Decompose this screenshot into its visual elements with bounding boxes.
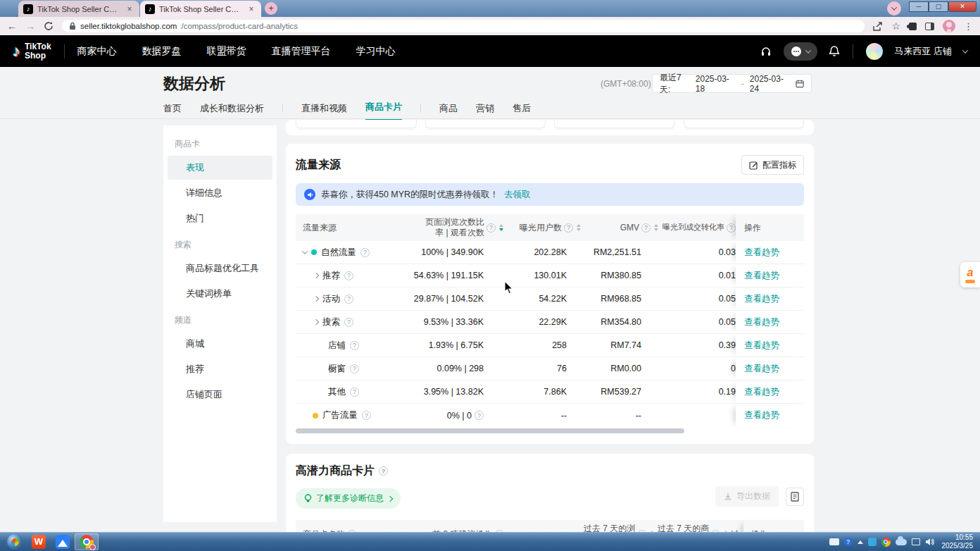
info-icon[interactable] (379, 466, 388, 476)
bookmark-star-icon[interactable]: ☆ (891, 20, 900, 32)
tab-home[interactable]: 首页 (163, 102, 182, 120)
info-icon[interactable] (344, 271, 353, 280)
report-button[interactable] (786, 488, 804, 506)
tray-cloud-icon[interactable] (896, 539, 907, 545)
browser-tab-2[interactable]: TikTok Shop Seller Center | Cre (140, 1, 261, 17)
notification-bell-icon[interactable] (829, 45, 840, 57)
tiktok-shop-logo[interactable]: TikTok Shop (25, 42, 51, 60)
info-icon[interactable] (350, 388, 359, 397)
nav-item-learning-center[interactable]: 学习中心 (356, 45, 396, 58)
help-icon[interactable] (844, 538, 853, 546)
view-trend-link[interactable]: 查看趋势 (744, 386, 779, 398)
close-button[interactable]: ✕ (948, 1, 976, 12)
view-trend-link[interactable]: 查看趋势 (744, 293, 779, 305)
col-exposure-cvr[interactable]: 曝光到成交转化率 (658, 223, 736, 233)
info-icon[interactable] (486, 223, 496, 233)
claim-coupon-link[interactable]: 去领取 (504, 189, 531, 201)
tab-live-video[interactable]: 直播和视频 (301, 102, 347, 120)
back-icon[interactable]: ← (7, 20, 17, 32)
tab-marketing[interactable]: 营销 (476, 102, 494, 120)
tab-products[interactable]: 商品 (439, 102, 458, 120)
network-icon[interactable] (912, 538, 920, 545)
volume-icon[interactable] (925, 538, 934, 546)
col-pageview-ratio[interactable]: 页面浏览次数比率 | 观看次数 (405, 217, 503, 238)
info-icon[interactable] (641, 223, 651, 233)
info-icon[interactable] (727, 223, 736, 233)
show-hidden-icons[interactable] (857, 540, 863, 544)
sidebar-item-details[interactable]: 详细信息 (168, 181, 272, 205)
taskbar-clock[interactable]: 10:55 2025/3/25 (942, 533, 974, 551)
nav-item-data-compass[interactable]: 数据罗盘 (142, 45, 182, 58)
maximize-button[interactable]: ▢ (929, 1, 948, 12)
input-method-icon[interactable] (829, 538, 839, 545)
info-icon[interactable] (344, 318, 353, 327)
sidebar-item-shop-page[interactable]: 店铺页面 (168, 383, 272, 407)
collapse-icon[interactable] (302, 248, 308, 254)
sidebar-item-title-optimizer[interactable]: 商品标题优化工具 (168, 256, 272, 280)
configure-metrics-button[interactable]: 配置指标 (741, 155, 804, 175)
minimize-button[interactable]: ─ (909, 1, 929, 12)
view-trend-link[interactable]: 查看趋势 (744, 340, 779, 352)
expand-icon[interactable] (313, 319, 319, 325)
profile-avatar[interactable] (943, 20, 955, 32)
messages-button[interactable] (784, 42, 817, 61)
tab-aftersales[interactable]: 售后 (513, 102, 531, 120)
tab-search-button[interactable] (887, 1, 901, 16)
store-name[interactable]: 马来西亚 店铺 (894, 45, 952, 58)
tray-app-icon[interactable] (868, 538, 877, 546)
expand-icon[interactable] (313, 273, 319, 278)
info-icon[interactable] (475, 411, 484, 420)
forward-icon[interactable]: → (25, 20, 35, 32)
info-icon[interactable] (344, 295, 353, 304)
sidebar-item-performance[interactable]: 表现 (168, 156, 272, 180)
nav-item-affiliate[interactable]: 联盟带货 (207, 45, 246, 58)
horizontal-scrollbar[interactable] (296, 428, 684, 433)
browser-tab-1[interactable]: TikTok Shop Seller Center | Cre (18, 1, 139, 17)
info-icon[interactable] (362, 411, 371, 420)
nav-item-live-platform[interactable]: 直播管理平台 (272, 45, 331, 58)
view-trend-link[interactable]: 查看趋势 (744, 363, 779, 375)
info-icon[interactable] (564, 223, 573, 233)
expand-icon[interactable] (313, 296, 319, 302)
browser-menu-icon[interactable] (964, 20, 973, 32)
tab-growth-analytics[interactable]: 成长和数据分析 (200, 102, 264, 120)
tab-close-icon[interactable] (125, 4, 134, 14)
col-exposed-users[interactable]: 曝光用户数 (503, 223, 581, 233)
store-avatar[interactable] (866, 43, 883, 60)
reload-icon[interactable] (44, 21, 54, 31)
view-trend-link[interactable]: 查看趋势 (744, 409, 779, 421)
sidebar-item-recommend[interactable]: 推荐 (168, 357, 272, 381)
headset-icon[interactable] (760, 45, 772, 58)
taskbar-chrome-icon[interactable] (75, 533, 99, 550)
col-gmv[interactable]: GMV (581, 223, 658, 233)
banner-text: 恭喜你，获得450 MYR的限时优惠券待领取！ (321, 189, 498, 201)
view-trend-link[interactable]: 查看趋势 (744, 316, 779, 328)
high-potential-card: 高潜力商品卡片 了解更多诊断信息 导出数据 (286, 454, 814, 538)
tab-close-icon[interactable] (246, 4, 256, 14)
side-panel-icon[interactable] (925, 23, 934, 30)
tray-chrome-icon[interactable] (881, 538, 891, 547)
sidebar-item-mall[interactable]: 商城 (168, 332, 272, 356)
share-icon[interactable] (873, 22, 883, 31)
table-row-recommend: 推荐 54.63% | 191.15K 130.01K RM380.85 0.0… (296, 264, 804, 287)
start-button[interactable] (7, 534, 23, 550)
nav-item-seller-center[interactable]: 商家中心 (77, 45, 117, 58)
diagnosis-link[interactable]: 了解更多诊断信息 (296, 488, 401, 509)
sidebar-item-keyword-ranking[interactable]: 关键词榜单 (168, 282, 272, 306)
address-bar[interactable]: seller.tiktokglobalshop.com/compass/prod… (62, 20, 865, 32)
sidebar-item-trending[interactable]: 热门 (168, 206, 272, 230)
info-icon[interactable] (350, 364, 359, 373)
floating-promo-widget[interactable] (960, 262, 980, 287)
new-tab-button[interactable] (265, 2, 277, 15)
view-trend-link[interactable]: 查看趋势 (744, 247, 779, 259)
extensions-icon[interactable] (909, 23, 917, 30)
taskbar-meeting-icon[interactable] (51, 533, 75, 550)
app-navbar: TikTok Shop 商家中心 数据罗盘 联盟带货 直播管理平台 学习中心 (0, 35, 980, 67)
view-trend-link[interactable]: 查看趋势 (744, 270, 779, 282)
export-data-button[interactable]: 导出数据 (715, 486, 779, 507)
info-icon[interactable] (360, 248, 370, 257)
taskbar-wps-icon[interactable] (27, 533, 51, 550)
info-icon[interactable] (350, 341, 359, 350)
date-range-picker[interactable]: 最近7天: 2025-03-18 - 2025-03-24 (652, 74, 812, 93)
table-row-ads: 广告流量 0% | 0 -- -- 查看趋势 (296, 404, 804, 427)
